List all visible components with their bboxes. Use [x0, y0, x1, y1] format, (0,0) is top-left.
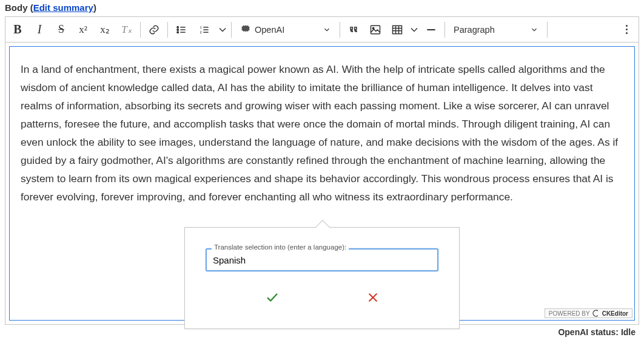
paragraph-dropdown[interactable]: Paragraph — [448, 19, 545, 41]
chevron-down-icon — [408, 24, 420, 36]
image-button[interactable] — [364, 19, 386, 41]
svg-point-2 — [177, 31, 179, 33]
svg-point-0 — [177, 26, 179, 28]
check-icon — [265, 291, 280, 304]
bold-button[interactable]: B — [7, 19, 29, 41]
separator — [444, 22, 445, 38]
translate-language-input[interactable] — [206, 248, 438, 271]
separator — [340, 22, 340, 38]
paragraph-label: Paragraph — [454, 25, 508, 35]
quote-icon — [347, 24, 360, 36]
bullet-list-icon — [175, 24, 187, 36]
confirm-button[interactable] — [258, 287, 287, 310]
kebab-icon — [626, 25, 628, 34]
list-dropdown-button[interactable] — [216, 19, 229, 41]
minus-icon — [425, 24, 437, 36]
link-button[interactable] — [143, 19, 165, 41]
svg-rect-13 — [393, 25, 402, 33]
openai-dropdown[interactable]: OpenAI — [234, 19, 337, 41]
numbered-list-icon: 12 — [198, 24, 210, 36]
italic-button[interactable]: I — [29, 19, 50, 41]
numbered-list-button[interactable]: 12 — [192, 19, 216, 41]
openai-label: OpenAI — [255, 25, 309, 35]
openai-icon — [240, 24, 251, 35]
bullet-list-button[interactable] — [170, 19, 192, 41]
image-icon — [369, 24, 381, 36]
strikethrough-button[interactable]: S — [50, 19, 72, 41]
table-button[interactable] — [386, 19, 408, 41]
svg-text:2: 2 — [200, 30, 202, 33]
cancel-button[interactable] — [360, 288, 386, 309]
close-icon — [367, 291, 379, 304]
more-button[interactable] — [615, 19, 637, 41]
separator — [140, 22, 141, 38]
ckeditor-icon — [592, 310, 600, 317]
separator — [231, 22, 232, 38]
superscript-button[interactable]: x² — [72, 19, 94, 41]
translate-popup: Translate selection into (enter a langua… — [184, 227, 460, 329]
link-icon — [148, 24, 160, 36]
svg-rect-11 — [371, 25, 380, 33]
separator — [547, 22, 548, 38]
clear-format-button[interactable]: Tₓ — [116, 19, 138, 41]
table-icon — [391, 24, 403, 36]
table-dropdown-button[interactable] — [408, 19, 420, 41]
translate-fieldset: Translate selection into (enter a langua… — [206, 248, 438, 271]
chevron-down-icon — [323, 25, 331, 34]
field-label: Body (Edit summary) — [5, 0, 639, 16]
blockquote-button[interactable] — [343, 19, 364, 41]
horizontal-rule-button[interactable] — [420, 19, 442, 41]
body-text[interactable]: In a land of enchantment, there exists a… — [21, 60, 623, 206]
subscript-button[interactable]: x₂ — [94, 19, 116, 41]
toolbar: B I S x² x₂ Tₓ 12 OpenAI — [5, 17, 639, 42]
powered-by-badge[interactable]: POWERED BY CKEditor — [545, 308, 632, 318]
edit-summary-link[interactable]: Edit summary — [33, 2, 93, 13]
translate-legend: Translate selection into (enter a langua… — [212, 243, 349, 251]
separator — [167, 22, 168, 38]
svg-point-1 — [177, 29, 179, 30]
svg-text:1: 1 — [200, 25, 202, 29]
chevron-down-icon — [216, 24, 229, 36]
chevron-down-icon — [530, 25, 538, 34]
